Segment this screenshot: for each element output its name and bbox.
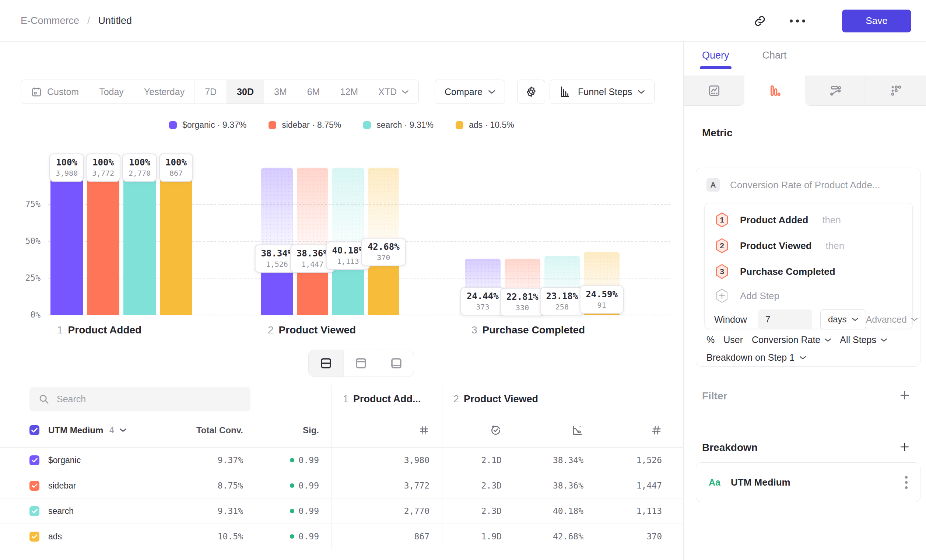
legend-swatch-icon bbox=[363, 121, 371, 129]
range-30d[interactable]: 30D bbox=[227, 80, 264, 103]
range-custom[interactable]: Custom bbox=[21, 80, 89, 103]
search-field[interactable] bbox=[29, 387, 250, 411]
legend-item[interactable]: $organic · 9.37% bbox=[169, 120, 247, 130]
retention-report-tab[interactable] bbox=[865, 76, 926, 106]
range-yesterday[interactable]: Yesterday bbox=[134, 80, 195, 103]
layout-split-button[interactable] bbox=[309, 350, 343, 377]
funnel-step-2[interactable]: 2 Product Viewed then bbox=[705, 233, 912, 259]
table-row[interactable]: $organic 9.37% 0.99 3,980 2.1D 38.34% 1,… bbox=[0, 448, 683, 473]
kebab-menu-icon[interactable] bbox=[905, 476, 908, 489]
window-unit-label: days bbox=[828, 314, 847, 325]
group-header-step1[interactable]: 1 Product Add... bbox=[331, 385, 442, 413]
tab-query[interactable]: Query bbox=[702, 50, 729, 69]
step2-count-header[interactable] bbox=[585, 413, 669, 447]
select-all-checkbox[interactable] bbox=[29, 425, 39, 435]
step2-time-header[interactable] bbox=[442, 413, 505, 447]
measure-scope-dropdown[interactable]: All Steps bbox=[840, 334, 887, 345]
query-panel: Query Chart bbox=[683, 42, 926, 560]
add-filter-button[interactable] bbox=[898, 389, 911, 402]
breakdown-property-card[interactable]: Aa UTM Medium bbox=[696, 462, 920, 502]
legend-swatch-icon bbox=[455, 121, 463, 129]
breadcrumb: E-Commerce / Untitled bbox=[21, 0, 132, 42]
range-6m[interactable]: 6M bbox=[297, 80, 330, 103]
step2-count: 1,113 bbox=[637, 506, 662, 516]
chevron-down-icon bbox=[489, 90, 495, 94]
bar-value-label: 23.18%258 bbox=[540, 287, 584, 315]
compare-button[interactable]: Compare bbox=[435, 80, 505, 104]
measure-metric-dropdown[interactable]: Conversion Rate bbox=[752, 334, 831, 345]
window-unit-dropdown[interactable]: days bbox=[820, 309, 866, 329]
panel-tabs: Query Chart bbox=[702, 50, 787, 69]
legend-item[interactable]: sidebar · 8.75% bbox=[269, 120, 341, 130]
legend-item[interactable]: ads · 10.5% bbox=[455, 120, 514, 130]
window-value-input[interactable] bbox=[758, 309, 812, 329]
chart-type-button[interactable]: Funnel Steps bbox=[549, 80, 655, 104]
row-checkbox[interactable] bbox=[29, 456, 39, 465]
step2-count: 370 bbox=[646, 532, 662, 541]
table-row[interactable]: ads 10.5% 0.99 867 1.9D 42.68% 370 bbox=[0, 524, 683, 549]
total-conv-value: 8.75% bbox=[218, 481, 243, 490]
measurement-row: % User Conversion Rate All Steps bbox=[707, 334, 887, 345]
insights-report-tab[interactable] bbox=[684, 76, 744, 106]
tab-chart[interactable]: Chart bbox=[763, 50, 787, 69]
breadcrumb-board[interactable]: E-Commerce bbox=[21, 15, 79, 27]
layout-chart-only-button[interactable] bbox=[343, 350, 379, 377]
conversion-rate-icon: * bbox=[572, 424, 583, 436]
measure-entity[interactable]: User bbox=[723, 334, 743, 345]
sig-header[interactable]: Sig. bbox=[250, 413, 331, 447]
more-options-button[interactable] bbox=[787, 11, 808, 31]
sig-value: 0.99 bbox=[299, 506, 319, 516]
step1-count-header[interactable] bbox=[331, 413, 442, 447]
search-input[interactable] bbox=[57, 394, 242, 404]
row-checkbox[interactable] bbox=[29, 532, 39, 542]
layout-table-only-button[interactable] bbox=[379, 350, 414, 377]
page-title[interactable]: Untitled bbox=[98, 15, 132, 27]
funnel-bar[interactable] bbox=[160, 168, 192, 315]
add-breakdown-button[interactable] bbox=[898, 440, 911, 454]
legend-label: ads · 10.5% bbox=[469, 120, 514, 130]
funnel-bar[interactable] bbox=[297, 168, 328, 315]
range-today[interactable]: Today bbox=[89, 80, 134, 103]
segment-name: search bbox=[48, 506, 74, 516]
table-row[interactable]: sidebar 8.75% 0.99 3,772 2.3D 38.36% 1,4… bbox=[0, 473, 683, 498]
table-row[interactable]: search 9.31% 0.99 2,770 2.3D 40.18% 1,11… bbox=[0, 498, 683, 524]
range-label: Custom bbox=[47, 86, 79, 97]
step2-time: 2.3D bbox=[481, 481, 502, 490]
range-3m[interactable]: 3M bbox=[264, 80, 297, 103]
breakdown-on-step-dropdown[interactable]: Breakdown on Step 1 bbox=[707, 352, 806, 363]
advanced-dropdown[interactable]: Advanced bbox=[866, 314, 917, 325]
funnel-step-3[interactable]: 3 Purchase Completed bbox=[705, 259, 912, 285]
range-xtd[interactable]: XTD bbox=[368, 80, 418, 103]
funnels-report-tab[interactable] bbox=[744, 76, 805, 106]
funnel-bar[interactable] bbox=[50, 168, 83, 315]
add-step-button[interactable]: Add Step bbox=[705, 285, 912, 307]
chart-settings-button[interactable] bbox=[517, 80, 545, 104]
metric-summary[interactable]: A Conversion Rate of Product Adde... bbox=[707, 178, 880, 192]
funnel-step-1[interactable]: 1 Product Added then bbox=[705, 207, 912, 233]
group-header-label: Product Viewed bbox=[464, 394, 538, 405]
report-type-tabs bbox=[684, 76, 926, 106]
group-header-step2[interactable]: 2 Product Viewed bbox=[442, 385, 669, 413]
share-link-button[interactable] bbox=[750, 11, 770, 31]
step2-rate-header[interactable]: * bbox=[505, 413, 585, 447]
range-7d[interactable]: 7D bbox=[195, 80, 227, 103]
save-button[interactable]: Save bbox=[842, 9, 911, 32]
top-actions: Save bbox=[750, 0, 911, 42]
segment-name: sidebar bbox=[48, 481, 76, 491]
legend-item[interactable]: search · 9.31% bbox=[363, 120, 434, 130]
funnel-bar[interactable] bbox=[261, 168, 293, 315]
funnel-bar-converted-segment bbox=[160, 168, 192, 315]
funnel-bar[interactable] bbox=[123, 168, 156, 315]
layout-split-icon bbox=[319, 357, 333, 370]
step-badge-icon: 2 bbox=[714, 238, 730, 254]
row-checkbox[interactable] bbox=[29, 506, 39, 516]
flows-report-tab[interactable] bbox=[805, 76, 865, 106]
total-conv-header[interactable]: Total Conv. bbox=[192, 413, 250, 447]
date-range-picker: Custom Today Yesterday 7D 30D 3M 6M 12M … bbox=[21, 80, 419, 104]
table-header-columns: UTM Medium 4 Total Conv. Sig. bbox=[0, 413, 683, 448]
row-checkbox[interactable] bbox=[29, 481, 39, 491]
funnel-bar[interactable] bbox=[87, 168, 120, 315]
step2-count: 1,447 bbox=[637, 481, 662, 490]
breakdown-column-toggle[interactable]: UTM Medium 4 bbox=[48, 425, 126, 436]
range-12m[interactable]: 12M bbox=[330, 80, 368, 103]
